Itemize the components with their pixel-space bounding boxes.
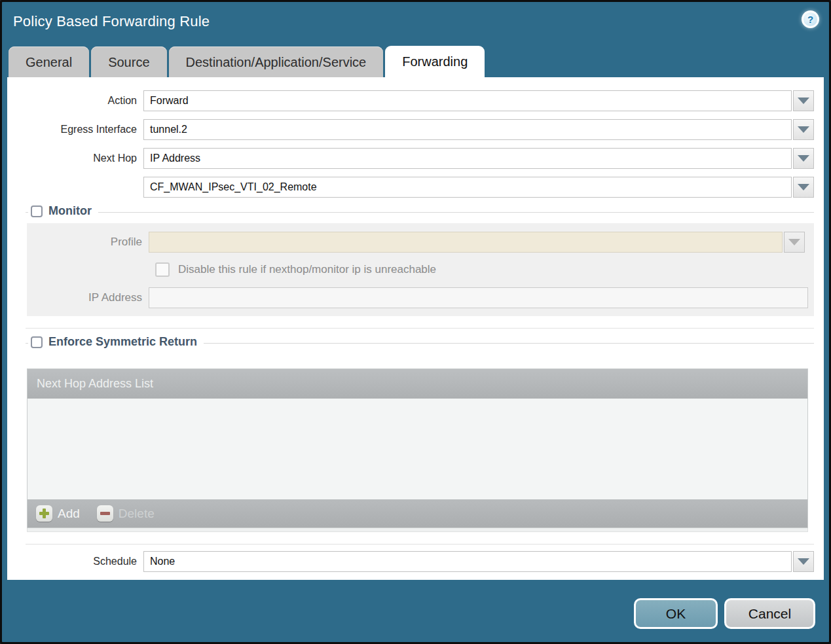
next-hop-address-row: CF_MWAN_IPsec_VTI_02_Remote [7,177,814,198]
monitor-checkbox[interactable] [31,206,43,217]
next-hop-address-list-table: Next Hop Address List Add Delete [27,368,808,528]
cancel-button[interactable]: Cancel [724,598,815,629]
help-icon[interactable]: ? [802,10,819,28]
schedule-row: Schedule None [7,551,814,572]
monitor-ip-address-label: IP Address [27,291,149,304]
monitor-ip-address-row: IP Address [27,287,814,308]
chevron-down-icon [798,98,809,104]
tab-forwarding[interactable]: Forwarding [385,46,485,77]
monitor-disabled-area: Profile Disable this rule if nexthop/mon… [27,223,814,316]
minus-icon [97,505,113,522]
disable-rule-checkbox [155,262,170,277]
disable-rule-label: Disable this rule if nexthop/monitor ip … [178,263,436,276]
table-footer: Add Delete [28,499,807,528]
tab-general[interactable]: General [9,46,89,77]
add-button-label: Add [58,507,80,521]
plus-icon [36,505,52,522]
table-body-empty[interactable] [28,399,807,499]
monitor-legend-label: Monitor [48,204,92,218]
tab-destination-application-service[interactable]: Destination/Application/Service [169,46,384,77]
policy-based-forwarding-dialog: Policy Based Forwarding Rule ? General S… [0,0,831,644]
egress-interface-label: Egress Interface [7,124,143,135]
schedule-input[interactable]: None [143,551,792,572]
chevron-down-icon [798,184,809,190]
profile-label: Profile [27,236,149,249]
enforce-symmetric-return-group: Enforce Symmetric Return Next Hop Addres… [26,343,814,545]
next-hop-address-dropdown-button[interactable] [793,177,814,198]
profile-row: Profile [27,232,814,253]
monitor-legend: Monitor [28,204,98,218]
enforce-symmetric-return-checkbox[interactable] [31,336,43,348]
dialog-title: Policy Based Forwarding Rule [13,13,210,30]
egress-interface-input[interactable]: tunnel.2 [143,119,792,140]
next-hop-type-input[interactable]: IP Address [143,148,792,169]
add-button[interactable]: Add [36,505,80,522]
disable-rule-row: Disable this rule if nexthop/monitor ip … [155,262,814,277]
schedule-label: Schedule [7,556,143,567]
table-header: Next Hop Address List [28,369,807,399]
next-hop-label: Next Hop [7,152,143,164]
chevron-down-icon [788,239,800,245]
enforce-symmetric-return-legend: Enforce Symmetric Return [28,335,204,349]
schedule-dropdown-button[interactable] [793,551,814,572]
chevron-down-icon [798,126,809,133]
action-label: Action [7,95,143,107]
egress-interface-row: Egress Interface tunnel.2 [7,119,814,140]
action-dropdown-button[interactable] [793,90,814,111]
tab-strip: General Source Destination/Application/S… [9,46,485,77]
ok-button[interactable]: OK [634,598,718,629]
tab-source[interactable]: Source [91,46,166,77]
forwarding-tab-panel: Action Forward Egress Interface tunnel.2… [7,77,824,580]
next-hop-row: Next Hop IP Address [7,148,814,169]
egress-interface-dropdown-button[interactable] [793,119,814,140]
monitor-ip-address-input [149,287,808,308]
chevron-down-icon [798,558,809,565]
profile-input [149,232,783,253]
monitor-group: Monitor Profile Disable this rule if nex… [26,212,814,329]
next-hop-address-input[interactable]: CF_MWAN_IPsec_VTI_02_Remote [143,177,792,198]
table-bottom-strip [27,528,808,532]
question-mark-icon: ? [803,12,817,26]
action-row: Action Forward [7,90,814,111]
next-hop-dropdown-button[interactable] [793,148,814,169]
title-bar: Policy Based Forwarding Rule ? [2,2,829,43]
enforce-symmetric-return-label: Enforce Symmetric Return [48,335,197,349]
chevron-down-icon [798,155,809,162]
table-header-label: Next Hop Address List [37,377,153,391]
delete-button: Delete [97,505,155,522]
profile-dropdown-button [784,232,805,253]
delete-button-label: Delete [119,507,155,521]
action-input[interactable]: Forward [143,90,792,111]
